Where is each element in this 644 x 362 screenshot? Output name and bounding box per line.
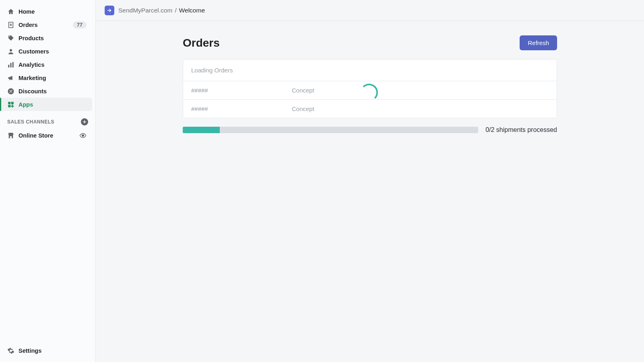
tag-icon bbox=[7, 35, 19, 42]
sidebar-item-label: Home bbox=[19, 8, 35, 15]
orders-badge: 77 bbox=[73, 21, 87, 29]
sidebar-spacer bbox=[0, 142, 95, 344]
sales-channels-section-title: SALES CHANNELS bbox=[0, 111, 95, 129]
svg-rect-10 bbox=[10, 136, 12, 138]
sidebar-item-label: Analytics bbox=[19, 62, 44, 68]
sidebar-item-label: Discounts bbox=[19, 88, 47, 95]
sidebar-item-label: Settings bbox=[19, 348, 41, 354]
sidebar: Home Orders 77 Products Customers Analyt… bbox=[0, 0, 96, 362]
refresh-button[interactable]: Refresh bbox=[520, 35, 557, 50]
main: SendMyParcel.com / Welcome Orders Refres… bbox=[96, 0, 644, 362]
sidebar-item-analytics[interactable]: Analytics bbox=[0, 58, 92, 71]
sales-channels-label: SALES CHANNELS bbox=[7, 119, 54, 125]
sidebar-item-label: Apps bbox=[19, 101, 33, 108]
sidebar-item-products[interactable]: Products bbox=[0, 31, 92, 45]
breadcrumb-current: Welcome bbox=[179, 7, 205, 14]
breadcrumb-app[interactable]: SendMyParcel.com bbox=[118, 7, 172, 14]
svg-rect-1 bbox=[8, 65, 9, 68]
page-title: Orders bbox=[183, 37, 220, 49]
gear-icon bbox=[7, 347, 19, 354]
add-channel-button[interactable] bbox=[81, 118, 88, 125]
sidebar-item-home[interactable]: Home bbox=[0, 5, 92, 18]
content: Orders Refresh Loading Orders ##### Conc… bbox=[96, 21, 644, 362]
app-badge-icon bbox=[105, 6, 114, 15]
sidebar-item-label: Orders bbox=[19, 22, 38, 28]
order-id: ##### bbox=[191, 105, 292, 112]
table-row: ##### Concept bbox=[183, 100, 557, 118]
sidebar-item-discounts[interactable]: Discounts bbox=[0, 84, 92, 98]
order-status: Concept bbox=[292, 105, 314, 112]
svg-point-5 bbox=[10, 90, 10, 90]
sidebar-item-label: Customers bbox=[19, 48, 49, 55]
sidebar-item-customers[interactable]: Customers bbox=[0, 45, 92, 58]
sidebar-item-settings[interactable]: Settings bbox=[0, 344, 92, 357]
svg-rect-9 bbox=[8, 105, 10, 107]
loading-spinner-icon bbox=[360, 84, 378, 101]
page: Orders Refresh Loading Orders ##### Conc… bbox=[183, 35, 557, 362]
sidebar-item-label: Marketing bbox=[19, 75, 46, 81]
orders-icon bbox=[7, 21, 19, 29]
svg-point-6 bbox=[11, 92, 12, 93]
sidebar-item-orders[interactable]: Orders 77 bbox=[0, 18, 92, 31]
svg-point-0 bbox=[10, 49, 12, 51]
progress-fill bbox=[183, 127, 220, 133]
analytics-icon bbox=[7, 61, 19, 68]
breadcrumb: SendMyParcel.com / Welcome bbox=[96, 0, 644, 21]
progress-bar bbox=[183, 127, 478, 133]
sidebar-item-marketing[interactable]: Marketing bbox=[0, 71, 92, 84]
megaphone-icon bbox=[7, 74, 19, 82]
sidebar-item-label: Online Store bbox=[19, 132, 53, 139]
orders-loading-text: Loading Orders bbox=[183, 60, 557, 81]
svg-rect-3 bbox=[12, 62, 14, 68]
order-status: Concept bbox=[292, 87, 314, 94]
store-icon bbox=[7, 132, 19, 139]
order-id: ##### bbox=[191, 87, 292, 94]
progress-text: 0/2 shipments processed bbox=[485, 126, 557, 134]
svg-rect-7 bbox=[8, 102, 10, 104]
sidebar-item-apps[interactable]: Apps bbox=[0, 98, 92, 111]
orders-card: Loading Orders ##### Concept ##### Conce… bbox=[183, 59, 557, 118]
apps-icon bbox=[7, 101, 19, 108]
svg-point-11 bbox=[82, 134, 84, 136]
page-header: Orders Refresh bbox=[183, 35, 557, 50]
user-icon bbox=[7, 48, 19, 55]
sidebar-item-label: Products bbox=[19, 35, 44, 41]
breadcrumb-sep: / bbox=[175, 7, 176, 14]
sidebar-item-online-store[interactable]: Online Store bbox=[0, 129, 92, 142]
svg-rect-8 bbox=[11, 102, 14, 104]
svg-rect-2 bbox=[10, 63, 12, 67]
view-store-button[interactable] bbox=[79, 132, 87, 139]
discount-icon bbox=[7, 88, 19, 95]
home-icon bbox=[7, 8, 19, 15]
progress-wrap: 0/2 shipments processed bbox=[183, 126, 557, 134]
